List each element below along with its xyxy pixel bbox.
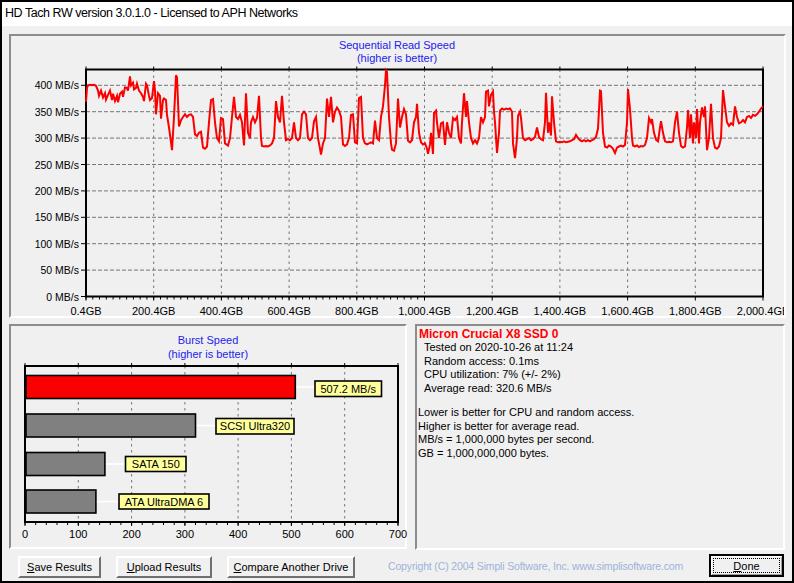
svg-text:200: 200 bbox=[122, 528, 140, 540]
svg-text:500: 500 bbox=[282, 528, 300, 540]
svg-text:1,800.4GB: 1,800.4GB bbox=[669, 305, 722, 317]
svg-text:200.4GB: 200.4GB bbox=[132, 305, 175, 317]
svg-text:1,600.4GB: 1,600.4GB bbox=[601, 305, 654, 317]
svg-text:0: 0 bbox=[22, 528, 28, 540]
svg-text:600: 600 bbox=[336, 528, 354, 540]
svg-text:250 MB/s: 250 MB/s bbox=[35, 159, 79, 171]
svg-text:400: 400 bbox=[229, 528, 247, 540]
svg-text:700: 700 bbox=[389, 528, 407, 540]
svg-text:0 MB/s: 0 MB/s bbox=[46, 291, 79, 303]
svg-text:50 MB/s: 50 MB/s bbox=[40, 264, 79, 276]
svg-text:ATA UltraDMA 6: ATA UltraDMA 6 bbox=[125, 496, 203, 508]
svg-text:300: 300 bbox=[176, 528, 194, 540]
svg-text:800.4GB: 800.4GB bbox=[335, 305, 378, 317]
svg-text:(higher is better): (higher is better) bbox=[168, 348, 248, 360]
svg-text:Sequential Read Speed: Sequential Read Speed bbox=[339, 39, 455, 51]
svg-text:400.4GB: 400.4GB bbox=[200, 305, 243, 317]
svg-text:600.4GB: 600.4GB bbox=[267, 305, 310, 317]
svg-text:2,000.4GB: 2,000.4GB bbox=[737, 305, 790, 317]
svg-text:0.4GB: 0.4GB bbox=[70, 305, 101, 317]
svg-text:1,400.4GB: 1,400.4GB bbox=[534, 305, 587, 317]
svg-text:SCSI Ultra320: SCSI Ultra320 bbox=[220, 420, 290, 432]
svg-text:1,200.4GB: 1,200.4GB bbox=[466, 305, 519, 317]
svg-text:(higher is better): (higher is better) bbox=[357, 52, 437, 64]
svg-text:150 MB/s: 150 MB/s bbox=[35, 211, 79, 223]
svg-text:100 MB/s: 100 MB/s bbox=[35, 238, 79, 250]
svg-text:200 MB/s: 200 MB/s bbox=[35, 185, 79, 197]
svg-text:100: 100 bbox=[69, 528, 87, 540]
svg-text:1,000.4GB: 1,000.4GB bbox=[398, 305, 451, 317]
svg-text:400 MB/s: 400 MB/s bbox=[35, 79, 79, 91]
svg-text:507.2 MB/s: 507.2 MB/s bbox=[320, 383, 376, 395]
svg-text:SATA 150: SATA 150 bbox=[132, 458, 180, 470]
svg-text:350 MB/s: 350 MB/s bbox=[35, 106, 79, 118]
svg-text:300 MB/s: 300 MB/s bbox=[35, 132, 79, 144]
svg-text:Burst Speed: Burst Speed bbox=[178, 334, 239, 346]
